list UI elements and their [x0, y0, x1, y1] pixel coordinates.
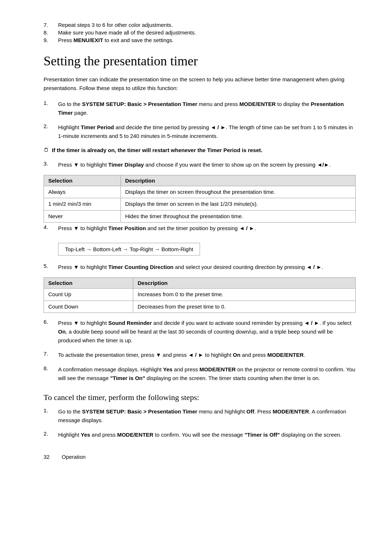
table-cell-selection: Count Up — [44, 289, 133, 301]
step-num: 1. — [44, 100, 58, 117]
table-header-description: Description — [121, 175, 355, 186]
step-1: 1. Go to the SYSTEM SETUP: Basic > Prese… — [44, 100, 356, 117]
table-cell-description: Hides the timer throughout the presentat… — [121, 210, 355, 223]
list-item: 7. Repeat steps 3 to 6 for other color a… — [44, 22, 356, 28]
step-content: Highlight Yes and press MODE/ENTER to co… — [58, 430, 356, 439]
note-icon: 🗒 — [44, 147, 49, 153]
step-content: Press ▼ to highlight Timer Display and c… — [58, 160, 356, 169]
intro-list: 7. Repeat steps 3 to 6 for other color a… — [44, 22, 356, 43]
table-cell-description: Displays the timer on screen throughout … — [121, 186, 355, 198]
table-row: Always Displays the timer on screen thro… — [44, 186, 356, 198]
step-num: 1. — [44, 407, 58, 425]
step-num: 8. — [44, 365, 58, 383]
step-content: Go to the SYSTEM SETUP: Basic > Presenta… — [58, 100, 356, 117]
step-num: 6. — [44, 319, 58, 345]
footer: 32 Operation — [44, 454, 356, 460]
step-num: 2. — [44, 123, 58, 140]
main-steps-list: 1. Go to the SYSTEM SETUP: Basic > Prese… — [44, 100, 356, 140]
list-item: 9. Press MENU/EXIT to exit and save the … — [44, 37, 356, 43]
list-item: 8. Make sure you have made all of the de… — [44, 29, 356, 36]
cancel-step-2: 2. Highlight Yes and press MODE/ENTER to… — [44, 430, 356, 439]
main-steps-list-continued: 3. Press ▼ to highlight Timer Display an… — [44, 160, 356, 169]
step-5: 5. Press ▼ to highlight Timer Counting D… — [44, 263, 356, 272]
position-text: Top-Left → Bottom-Left → Top-Right → Bot… — [65, 246, 193, 252]
table-cell-description: Increases from 0 to the preset time. — [133, 289, 356, 301]
step-content: A confirmation message displays. Highlig… — [58, 365, 356, 383]
step-num: 5. — [44, 263, 58, 272]
note-text: If the timer is already on, the timer wi… — [52, 146, 262, 155]
step-content: Press ▼ to highlight Sound Reminder and … — [58, 319, 356, 345]
step-num: 7. — [44, 351, 58, 359]
step-content: Press ▼ to highlight Timer Position and … — [58, 224, 356, 233]
position-box-wrapper: Top-Left → Bottom-Left → Top-Right → Bot… — [58, 238, 356, 257]
main-steps-list-continued4: 6. Press ▼ to highlight Sound Reminder a… — [44, 319, 356, 383]
step-4: 4. Press ▼ to highlight Timer Position a… — [44, 224, 356, 233]
step-8: 8. A confirmation message displays. High… — [44, 365, 356, 383]
footer-page-num: 32 — [44, 454, 62, 460]
position-box: Top-Left → Bottom-Left → Top-Right → Bot… — [58, 243, 200, 256]
step-3: 3. Press ▼ to highlight Timer Display an… — [44, 160, 356, 169]
list-item-text: Press MENU/EXIT to exit and save the set… — [58, 37, 174, 43]
table-header-description: Description — [133, 278, 356, 289]
list-item-num: 7. — [44, 22, 58, 28]
footer-label: Operation — [62, 454, 86, 460]
step-7: 7. To activate the presentation timer, p… — [44, 351, 356, 359]
counting-direction-table: Selection Description Count Up Increases… — [44, 277, 356, 313]
timer-display-table: Selection Description Always Displays th… — [44, 175, 356, 223]
table-row: 1 min/2 min/3 min Displays the timer on … — [44, 198, 356, 211]
list-item-num: 8. — [44, 29, 58, 36]
note-box: 🗒 If the timer is already on, the timer … — [44, 146, 356, 155]
step-num: 3. — [44, 160, 58, 169]
cancel-steps-list: 1. Go to the SYSTEM SETUP: Basic > Prese… — [44, 407, 356, 439]
section-title: Setting the presentation timer — [44, 53, 356, 69]
main-steps-list-continued3: 5. Press ▼ to highlight Timer Counting D… — [44, 263, 356, 272]
list-item-num: 9. — [44, 37, 58, 43]
section-intro: Presentation timer can indicate the pres… — [44, 75, 356, 93]
table-cell-description: Displays the timer on screen in the last… — [121, 198, 355, 211]
table-row: Never Hides the timer throughout the pre… — [44, 210, 356, 223]
step-6: 6. Press ▼ to highlight Sound Reminder a… — [44, 319, 356, 345]
table-row: Count Up Increases from 0 to the preset … — [44, 289, 356, 301]
table-header-selection: Selection — [44, 175, 121, 186]
step-2: 2. Highlight Timer Period and decide the… — [44, 123, 356, 140]
table-cell-selection: 1 min/2 min/3 min — [44, 198, 121, 211]
table-cell-selection: Count Down — [44, 301, 133, 313]
list-item-text: Make sure you have made all of the desir… — [58, 29, 196, 36]
table-cell-selection: Never — [44, 210, 121, 223]
step-content: Press ▼ to highlight Timer Counting Dire… — [58, 263, 356, 272]
step-content: Go to the SYSTEM SETUP: Basic > Presenta… — [58, 407, 356, 425]
step-num: 2. — [44, 430, 58, 439]
cancel-step-1: 1. Go to the SYSTEM SETUP: Basic > Prese… — [44, 407, 356, 425]
cancel-section-title: To cancel the timer, perform the followi… — [44, 393, 356, 402]
step-content: To activate the presentation timer, pres… — [58, 351, 356, 359]
table-row: Count Down Decreases from the preset tim… — [44, 301, 356, 313]
table-header-selection: Selection — [44, 278, 133, 289]
table-cell-selection: Always — [44, 186, 121, 198]
main-steps-list-continued2: 4. Press ▼ to highlight Timer Position a… — [44, 224, 356, 233]
step-content: Highlight Timer Period and decide the ti… — [58, 123, 356, 140]
table-cell-description: Decreases from the preset time to 0. — [133, 301, 356, 313]
list-item-text: Repeat steps 3 to 6 for other color adju… — [58, 22, 173, 28]
step-num: 4. — [44, 224, 58, 233]
